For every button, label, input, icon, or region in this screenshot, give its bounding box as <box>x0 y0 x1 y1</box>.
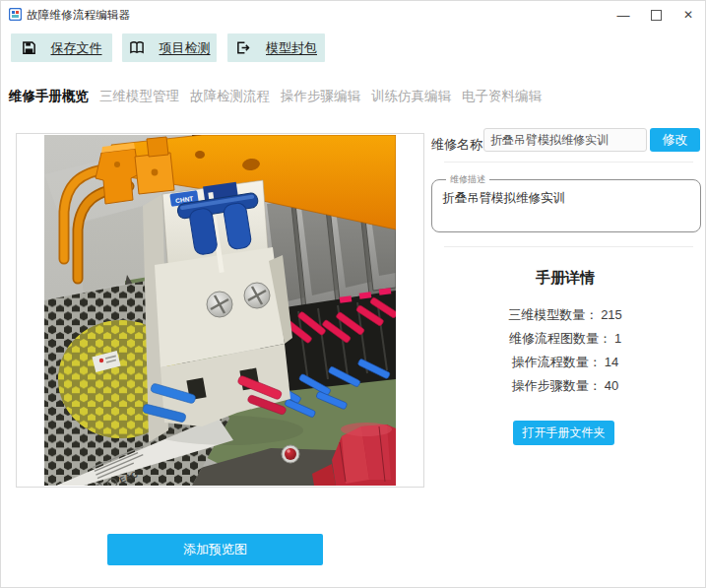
stat-label: 维修流程图数量： <box>509 331 611 346</box>
tab-training-simulation-edit[interactable]: 训练仿真编辑 <box>371 88 451 105</box>
minimize-button[interactable]: — <box>607 1 640 29</box>
toolbar: 保存文件 项目检测 模型封包 <box>1 33 705 63</box>
indicator-button <box>282 445 299 463</box>
tab-manual-overview[interactable]: 维修手册概览 <box>9 88 89 105</box>
save-icon <box>22 40 36 55</box>
modify-button[interactable]: 修改 <box>650 128 700 152</box>
tab-fault-detection-flow[interactable]: 故障检测流程 <box>190 88 270 105</box>
stat-value: 215 <box>601 307 622 322</box>
stat-flowchart-count: 维修流程图数量：1 <box>431 330 699 348</box>
stat-label: 操作流程数量： <box>512 355 602 369</box>
maximize-button[interactable] <box>639 1 673 29</box>
repair-description-text[interactable]: 折叠吊臂模拟维修实训 <box>442 190 690 206</box>
close-button[interactable]: ✕ <box>672 1 705 29</box>
add-preview-image-button[interactable]: 添加预览图 <box>107 534 323 565</box>
tab-bar: 维修手册概览 三维模型管理 故障检测流程 操作步骤编辑 训练仿真编辑 电子资料编… <box>9 88 542 105</box>
app-window: 故障维修流程编辑器 — ✕ 保存文件 项目检测 <box>0 0 706 588</box>
tab-operation-steps-edit[interactable]: 操作步骤编辑 <box>281 88 360 105</box>
open-manual-folder-button[interactable]: 打开手册文件夹 <box>513 421 614 445</box>
app-icon <box>9 8 22 21</box>
tab-3d-model-management[interactable]: 三维模型管理 <box>99 88 179 105</box>
stat-procedure-count: 操作流程数量：14 <box>431 354 699 371</box>
titlebar: 故障维修流程编辑器 — ✕ <box>1 1 705 29</box>
book-check-icon <box>129 40 145 55</box>
project-check-button[interactable]: 项目检测 <box>122 33 217 62</box>
maximize-icon <box>651 10 662 21</box>
preview-3d-scene: EAC <box>44 135 396 486</box>
stat-step-count: 操作步骤数量：40 <box>431 377 699 395</box>
repair-name-label: 维修名称 <box>431 136 482 154</box>
repair-description-fieldset: 维修描述 折叠吊臂模拟维修实训 <box>431 173 701 232</box>
project-check-label: 项目检测 <box>160 39 211 57</box>
tab-electronic-data-edit[interactable]: 电子资料编辑 <box>462 88 542 105</box>
manual-details-title: 手册详情 <box>431 269 699 288</box>
divider <box>444 246 693 247</box>
stat-label: 操作步骤数量： <box>512 378 602 393</box>
export-package-icon <box>235 40 251 55</box>
model-package-button[interactable]: 模型封包 <box>227 33 325 62</box>
stat-model-count: 三维模型数量：215 <box>431 306 699 324</box>
stat-value: 1 <box>614 331 621 346</box>
stat-value: 14 <box>605 355 618 369</box>
save-file-label: 保存文件 <box>51 39 102 57</box>
repair-name-input[interactable] <box>483 128 647 152</box>
model-package-label: 模型封包 <box>266 39 317 57</box>
stat-label: 三维模型数量： <box>508 307 598 322</box>
stat-value: 40 <box>605 378 618 393</box>
preview-image-frame: EAC <box>16 133 424 488</box>
save-file-button[interactable]: 保存文件 <box>11 33 112 62</box>
divider <box>444 162 693 163</box>
window-title: 故障维修流程编辑器 <box>27 8 130 23</box>
repair-description-legend: 维修描述 <box>446 173 489 186</box>
